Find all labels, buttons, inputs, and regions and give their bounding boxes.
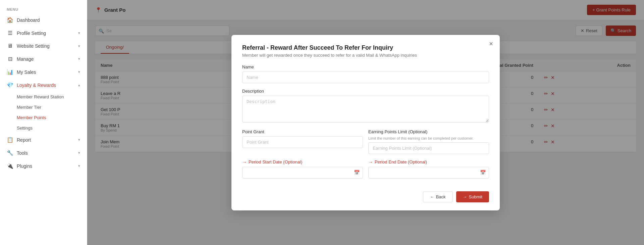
period-end-group: → Period End Date (Optional) 📅 — [368, 159, 489, 179]
sidebar-item-plugins[interactable]: 🔌 Plugins ▾ — [0, 159, 87, 173]
sidebar-item-label: Website Setting — [17, 43, 50, 49]
chevron-down-icon: ▾ — [78, 70, 80, 74]
chevron-down-icon: ▾ — [78, 57, 80, 61]
report-icon: 📋 — [7, 137, 13, 143]
submit-button[interactable]: → Submit — [456, 191, 489, 202]
sidebar-item-label: Profile Setting — [17, 31, 46, 36]
sidebar-item-profile-setting[interactable]: ☰ Profile Setting ▾ — [0, 27, 87, 40]
date-row: → Period Start Date (Optional) 📅 → P — [242, 159, 489, 184]
submenu-label: Member Points — [17, 115, 46, 120]
modal-overlay: × Referral - Reward After Succeed To Ref… — [87, 0, 644, 245]
sidebar-item-label: Plugins — [17, 163, 32, 169]
diamond-icon: 💎 — [7, 82, 13, 88]
point-grant-group: Point Grant — [242, 129, 363, 148]
arrow-right-icon: → — [242, 159, 247, 165]
sidebar-item-my-sales[interactable]: 📊 My Sales ▾ — [0, 65, 87, 79]
period-end-label: → Period End Date (Optional) — [368, 159, 489, 165]
sidebar-item-tools[interactable]: 🔧 Tools ▾ — [0, 146, 87, 159]
earning-limit-group: Earning Points Limit (Optional) Limit th… — [368, 129, 489, 154]
earning-limit-sub: Limit the number of this earning can be … — [368, 136, 489, 140]
tools-icon: 🔧 — [7, 150, 13, 156]
submenu-label: Settings — [17, 126, 33, 131]
sidebar: MENU 🏠 Dashboard ☰ Profile Setting ▾ 🖥 W… — [0, 0, 87, 245]
monitor-icon: 🖥 — [7, 43, 13, 49]
submenu-label: Member Tier — [17, 105, 41, 110]
modal-close-button[interactable]: × — [489, 40, 493, 47]
period-end-input[interactable] — [368, 167, 489, 179]
chevron-down-icon: ▾ — [78, 31, 80, 35]
sidebar-item-loyalty-rewards[interactable]: 💎 Loyalty & Rewards ▴ — [0, 79, 87, 92]
point-grant-input[interactable] — [242, 136, 363, 148]
period-start-col: → Period Start Date (Optional) 📅 — [242, 159, 363, 184]
sidebar-item-member-reward-station[interactable]: Member Reward Station — [17, 92, 87, 102]
sidebar-item-dashboard[interactable]: 🏠 Dashboard — [0, 13, 87, 27]
period-end-input-wrap: 📅 — [368, 167, 489, 179]
sidebar-menu-label: MENU — [0, 3, 87, 13]
description-input[interactable] — [242, 96, 489, 122]
sidebar-submenu-loyalty: Member Reward Station Member Tier Member… — [0, 92, 87, 133]
sidebar-item-settings[interactable]: Settings — [17, 123, 87, 133]
period-start-group: → Period Start Date (Optional) 📅 — [242, 159, 363, 179]
arrow-right-icon: → — [463, 194, 467, 199]
chevron-down-icon: ▾ — [78, 151, 80, 155]
name-label: Name — [242, 64, 489, 69]
home-icon: 🏠 — [7, 17, 13, 23]
sales-icon: 📊 — [7, 69, 13, 75]
point-grant-col: Point Grant — [242, 129, 363, 159]
sidebar-item-label: My Sales — [17, 69, 36, 75]
back-button[interactable]: ← Back — [423, 191, 453, 202]
chevron-down-icon: ▾ — [78, 138, 80, 142]
sidebar-item-website-setting[interactable]: 🖥 Website Setting ▾ — [0, 40, 87, 52]
period-start-input[interactable] — [242, 167, 363, 179]
sidebar-item-manage[interactable]: ⊟ Manage ▾ — [0, 52, 87, 65]
sidebar-item-label: Report — [17, 137, 31, 143]
period-start-input-wrap: 📅 — [242, 167, 363, 179]
arrow-left-icon: ← — [430, 194, 434, 199]
point-row: Point Grant Earning Points Limit (Option… — [242, 129, 489, 159]
sidebar-item-member-tier[interactable]: Member Tier — [17, 102, 87, 112]
chevron-down-icon: ▾ — [78, 164, 80, 168]
name-input[interactable] — [242, 71, 489, 83]
name-field-group: Name — [242, 64, 489, 83]
sidebar-item-report[interactable]: 📋 Report ▾ — [0, 133, 87, 146]
period-end-col: → Period End Date (Optional) 📅 — [368, 159, 489, 184]
sidebar-item-label: Loyalty & Rewards — [17, 83, 56, 88]
description-label: Description — [242, 89, 489, 94]
modal-subtitle: Member will get rewarded once they succe… — [242, 53, 489, 58]
chevron-down-icon: ▾ — [78, 44, 80, 48]
main-content: 📍 Grant Po + Grant Points Rule 🔍 ✕ Reset… — [87, 0, 644, 245]
sidebar-item-label: Tools — [17, 150, 28, 156]
sidebar-item-member-points[interactable]: Member Points — [17, 112, 87, 123]
earning-limit-label: Earning Points Limit (Optional) — [368, 129, 489, 134]
earning-limit-input[interactable] — [368, 142, 489, 154]
sidebar-item-label: Dashboard — [17, 17, 40, 23]
point-grant-label: Point Grant — [242, 129, 363, 134]
profile-icon: ☰ — [7, 30, 13, 36]
sidebar-item-label: Manage — [17, 56, 34, 62]
modal-dialog: × Referral - Reward After Succeed To Ref… — [231, 35, 500, 210]
period-start-label: → Period Start Date (Optional) — [242, 159, 363, 165]
manage-icon: ⊟ — [7, 56, 13, 62]
earning-limit-col: Earning Points Limit (Optional) Limit th… — [368, 129, 489, 159]
modal-title: Referral - Reward After Succeed To Refer… — [242, 44, 489, 51]
description-field-group: Description — [242, 89, 489, 124]
modal-footer: ← Back → Submit — [242, 191, 489, 202]
submenu-label: Member Reward Station — [17, 94, 64, 99]
chevron-up-icon: ▴ — [78, 83, 80, 87]
plugins-icon: 🔌 — [7, 163, 13, 169]
arrow-right-icon: → — [368, 159, 373, 165]
